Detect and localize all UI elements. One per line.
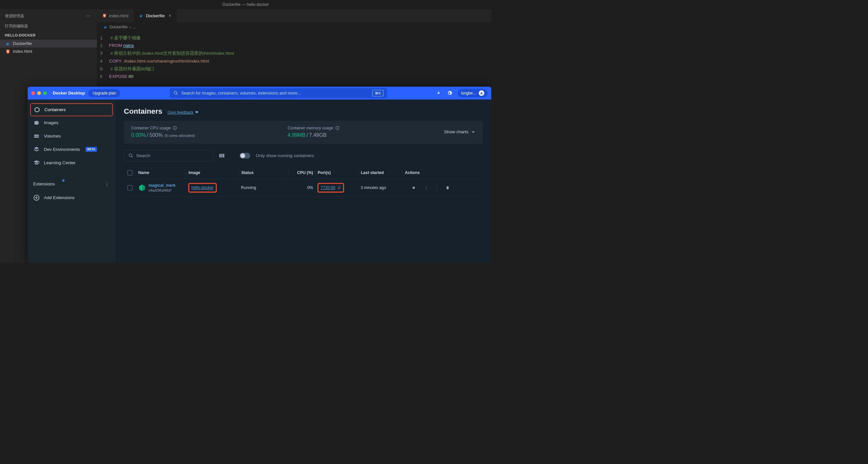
upgrade-plan-button[interactable]: Upgrade plan [88, 89, 121, 97]
open-editors-label[interactable]: 打开的编辑器 [0, 22, 97, 31]
col-name[interactable]: Name [136, 170, 186, 175]
line-number: 6 [97, 72, 109, 81]
docker-titlebar: Docker Desktop Upgrade plan Search for i… [28, 87, 491, 100]
tab-dockerfile[interactable]: Dockerfile × [134, 9, 177, 22]
close-icon[interactable]: × [168, 13, 171, 19]
svg-line-10 [131, 156, 133, 158]
highlight-annotation: hello-docker [188, 183, 217, 192]
svg-line-1 [177, 94, 178, 95]
stop-button[interactable] [411, 186, 415, 190]
minimize-icon[interactable] [37, 91, 41, 95]
more-icon[interactable]: ⋮ [424, 185, 428, 190]
sidebar-extensions-header[interactable]: Extensions ⋮ [28, 177, 115, 191]
line-number: 1 [97, 34, 109, 42]
project-name-label[interactable]: HELLO-DOCKER [0, 31, 97, 40]
line-number: 2 [97, 42, 109, 50]
toggle-label: Only show running containers [256, 153, 314, 158]
col-actions: Actions [403, 170, 452, 175]
bug-icon[interactable] [436, 91, 441, 96]
status-value: Running [239, 185, 289, 190]
breadcrumb[interactable]: Dockerfile › … [97, 22, 491, 32]
containers-icon [34, 107, 40, 113]
col-image[interactable]: Image [186, 170, 239, 175]
sidebar-item-images[interactable]: Images [28, 116, 115, 130]
sidebar-item-learning[interactable]: Learning Center [28, 156, 115, 169]
cpu-usage-label: Container CPU usage [131, 125, 170, 130]
svg-point-2 [481, 92, 482, 93]
user-menu[interactable]: longbe… [458, 89, 488, 97]
line-number: 3 [97, 50, 109, 57]
page-title: Containers [124, 107, 162, 115]
more-icon[interactable]: ⋮ [104, 180, 110, 187]
file-item-index[interactable]: index.html [0, 48, 97, 55]
beta-badge: BETA [86, 147, 97, 152]
sidebar-item-dev-env[interactable]: Dev Environments BETA [28, 143, 115, 156]
window-traffic-lights[interactable] [31, 91, 47, 95]
mem-used: 4.99MB [288, 132, 306, 138]
svg-rect-12 [221, 154, 222, 157]
code-editor[interactable]: 1 # 基于哪个镜像 2FROM nginx 3 # 将宿主机中的./index… [97, 32, 491, 82]
docker-desktop-window: Docker Desktop Upgrade plan Search for i… [28, 87, 491, 263]
close-icon[interactable] [31, 91, 35, 95]
svg-rect-4 [34, 135, 39, 136]
explorer-label: 资源管理器 [5, 13, 24, 19]
image-link[interactable]: hello-docker [191, 185, 214, 190]
docker-icon [5, 41, 10, 46]
search-placeholder: Search [136, 153, 150, 158]
container-icon [138, 184, 146, 192]
global-search[interactable]: Search for images, containers, volumes, … [169, 88, 387, 98]
sidebar-item-label: Dev Environments [44, 147, 80, 152]
tab-index-html[interactable]: index.html [97, 9, 134, 22]
last-started-value: 3 minutes ago [359, 185, 403, 190]
col-status[interactable]: Status [239, 170, 289, 175]
svg-point-3 [34, 121, 39, 122]
container-name-link[interactable]: magical_merk [149, 183, 176, 188]
show-charts-button[interactable]: Show charts [444, 129, 475, 135]
give-feedback-link[interactable]: Give feedback [167, 110, 198, 115]
add-extensions-label: Add Extensions [44, 195, 74, 200]
sidebar-more-button[interactable]: ··· [84, 13, 92, 19]
volumes-icon [33, 133, 40, 140]
editor-tabs: index.html Dockerfile × [97, 9, 491, 22]
delete-button[interactable] [445, 185, 450, 190]
chevron-down-icon [471, 130, 476, 134]
usage-panel: Container CPU usage 0.00% / 500% (5 core… [124, 121, 483, 144]
info-icon[interactable] [335, 126, 339, 130]
mem-total: 7.49GB [309, 132, 327, 138]
info-icon[interactable] [173, 126, 177, 130]
add-extensions-button[interactable]: Add Extensions [28, 191, 115, 205]
port-link[interactable]: 7720:80 [321, 185, 341, 190]
columns-icon[interactable] [218, 152, 225, 159]
search-icon [174, 91, 179, 95]
external-link-icon [337, 186, 341, 190]
search-shortcut: ⌘K [372, 90, 383, 96]
tab-label: index.html [109, 13, 128, 18]
svg-rect-14 [413, 187, 415, 188]
notification-dot-icon [62, 179, 64, 182]
file-item-dockerfile[interactable]: Dockerfile [0, 40, 97, 48]
vscode-titlebar: Dockerfile — hello-docker [0, 0, 491, 9]
containers-table: Name Image Status CPU (%) Port(s) Last s… [124, 167, 483, 197]
docker-icon [103, 25, 107, 29]
file-label: Dockerfile [13, 41, 32, 46]
maximize-icon[interactable] [43, 91, 46, 95]
highlight-annotation: 7720:80 [317, 183, 344, 192]
gear-icon[interactable] [447, 90, 452, 96]
images-icon [33, 120, 40, 126]
table-row[interactable]: magical_merk c4ad295d40d7 hello-docker R… [124, 179, 483, 197]
select-all-checkbox[interactable] [127, 170, 132, 175]
divider [32, 173, 111, 173]
cpu-used: 0.00% [131, 132, 146, 138]
running-only-toggle[interactable] [240, 153, 250, 159]
feedback-icon [195, 111, 198, 114]
col-ports[interactable]: Port(s) [315, 170, 358, 175]
sidebar-item-containers[interactable]: Containers [30, 103, 113, 116]
sidebar-item-volumes[interactable]: Volumes [28, 129, 115, 143]
search-icon [129, 153, 133, 158]
row-checkbox[interactable] [127, 185, 132, 190]
sidebar-item-label: Volumes [44, 134, 61, 139]
tab-label: Dockerfile [146, 13, 165, 18]
containers-search-input[interactable]: Search [124, 150, 213, 161]
col-last[interactable]: Last started [359, 170, 403, 175]
col-cpu[interactable]: CPU (%) [288, 170, 315, 175]
